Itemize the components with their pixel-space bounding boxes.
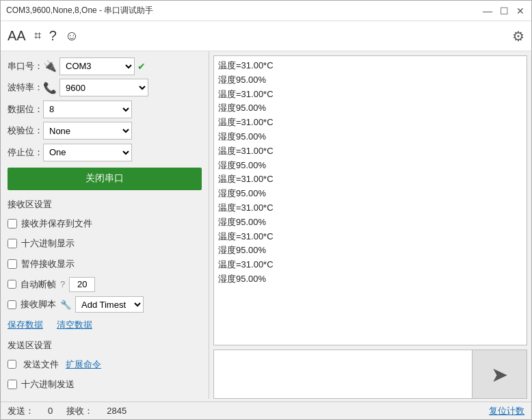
titlebar: COM3,9600,None,8,One - 串口调试助手 — ☐ ✕ [1,1,531,21]
save-to-file-label: 接收并保存到文件 [21,218,92,230]
auto-break-checkbox[interactable] [8,280,16,289]
save-to-file-row: 接收并保存到文件 [8,215,202,233]
auto-break-help-icon[interactable]: ? [60,279,65,289]
send-arrow-icon: ➤ [491,363,508,386]
receive-settings-title: 接收区设置 [8,198,202,211]
script-row: 接收脚本 🔧 Add Timest None Custom [8,296,202,313]
receive-line: 湿度95.00% [218,187,522,201]
send-area: ➤ [213,350,527,399]
receive-line: 湿度95.00% [218,101,522,116]
send-file-row: 发送文件 扩展命令 [8,356,202,373]
script-icon: 🔧 [60,300,71,310]
receive-line: 湿度95.00% [218,130,522,144]
receive-line: 温度=31.00*C [218,172,522,187]
parity-row: 校验位： None [8,122,202,141]
send-input[interactable] [213,350,473,399]
port-label: 串口号： [8,60,43,73]
toolbar: AA ⌗ ? ☺ ⚙ [1,21,531,51]
receive-count-label: 接收： [66,405,93,417]
extend-command-link[interactable]: 扩展命令 [66,358,101,371]
save-to-file-checkbox[interactable] [8,219,17,228]
send-count-value: 0 [48,406,53,416]
pause-receive-label: 暂停接收显示 [21,258,75,270]
databits-control-wrap: 8 [43,101,202,118]
receive-area[interactable]: 温度=31.00*C湿度95.00%温度=31.00*C湿度95.00%温度=3… [213,55,527,345]
save-data-button[interactable]: 保存数据 [8,319,43,331]
stopbits-row: 停止位： One [8,143,202,162]
crop-icon[interactable]: ⌗ [34,29,41,43]
receive-line: 湿度95.00% [218,272,522,287]
receive-line: 湿度95.00% [218,159,522,173]
titlebar-controls: — ☐ ✕ [482,5,526,16]
receive-line: 湿度95.00% [218,215,522,230]
minimize-button[interactable]: — [482,5,493,16]
receive-line: 温度=31.00*C [218,201,522,215]
stopbits-label: 停止位： [8,146,43,159]
baud-icon: 📞 [43,81,57,94]
baud-label: 波特率： [8,81,43,94]
hex-display-row: 十六进制显示 [8,235,202,253]
hex-send-label: 十六进制发送 [21,378,75,391]
baud-control-wrap: 📞 9600 [43,79,202,96]
send-button[interactable]: ➤ [473,350,527,399]
plug-icon: 🔌 [43,60,57,73]
send-count-label: 发送： [8,405,34,417]
send-file-checkbox[interactable] [8,360,16,369]
receive-line: 温度=31.00*C [218,59,522,73]
receive-line: 温度=31.00*C [218,230,522,244]
hex-send-checkbox[interactable] [8,380,17,389]
right-panel: 温度=31.00*C湿度95.00%温度=31.00*C湿度95.00%温度=3… [209,51,531,399]
auto-break-input[interactable] [69,277,95,292]
script-label: 接收脚本 [21,298,56,311]
reset-count-link[interactable]: 复位计数 [489,405,524,417]
hex-display-label: 十六进制显示 [21,237,75,250]
send-settings-title: 发送区设置 [8,339,202,352]
port-select[interactable]: COM3 [59,57,135,75]
port-check: ✔ [137,61,146,72]
statusbar: 发送： 0 接收： 2845 复位计数 [1,402,531,419]
emoji-icon[interactable]: ☺ [65,28,79,44]
main-content: 串口号： 🔌 COM3 ✔ 波特率： 📞 9600 [1,51,531,399]
receive-line: 温度=31.00*C [218,116,522,130]
script-select[interactable]: Add Timest None Custom [75,296,144,313]
receive-line: 湿度95.00% [218,73,522,88]
maximize-button[interactable]: ☐ [498,5,509,16]
action-links: 保存数据 清空数据 [8,319,202,331]
port-control-wrap: 🔌 COM3 ✔ [43,57,202,75]
receive-line: 湿度95.00% [218,244,522,258]
window-title: COM3,9600,None,8,One - 串口调试助手 [6,5,153,16]
pause-receive-checkbox[interactable] [8,259,17,269]
font-icon[interactable]: AA [8,28,26,44]
auto-break-row: 自动断帧 ? [8,276,202,293]
databits-label: 数据位： [8,103,43,116]
databits-select[interactable]: 8 [43,101,132,118]
clear-data-button[interactable]: 清空数据 [57,319,92,331]
close-port-button[interactable]: 关闭串口 [8,168,202,190]
baud-row: 波特率： 📞 9600 [8,79,202,98]
receive-line: 温度=31.00*C [218,88,522,102]
hex-send-row: 十六进制发送 [8,376,202,393]
help-icon[interactable]: ? [49,28,57,44]
close-button[interactable]: ✕ [515,5,526,16]
baud-select[interactable]: 9600 [59,79,148,96]
stopbits-control-wrap: One [43,144,202,161]
toolbar-left: AA ⌗ ? ☺ [8,28,79,44]
parity-control-wrap: None [43,122,202,140]
databits-row: 数据位： 8 [8,100,202,119]
receive-line: 温度=31.00*C [218,258,522,272]
auto-break-label: 自动断帧 [21,278,56,291]
hex-display-checkbox[interactable] [8,239,17,248]
receive-line: 温度=31.00*C [218,144,522,159]
left-panel: 串口号： 🔌 COM3 ✔ 波特率： 📞 9600 [1,51,209,399]
port-row: 串口号： 🔌 COM3 ✔ [8,57,202,76]
main-window: COM3,9600,None,8,One - 串口调试助手 — ☐ ✕ AA ⌗… [0,0,532,420]
parity-select[interactable]: None [43,122,132,140]
send-file-label: 发送文件 [23,358,59,371]
script-checkbox[interactable] [8,300,16,309]
pause-receive-row: 暂停接收显示 [8,255,202,273]
stopbits-select[interactable]: One [43,144,132,161]
gear-icon[interactable]: ⚙ [512,28,524,44]
receive-count-value: 2845 [107,406,127,416]
parity-label: 校验位： [8,124,43,137]
